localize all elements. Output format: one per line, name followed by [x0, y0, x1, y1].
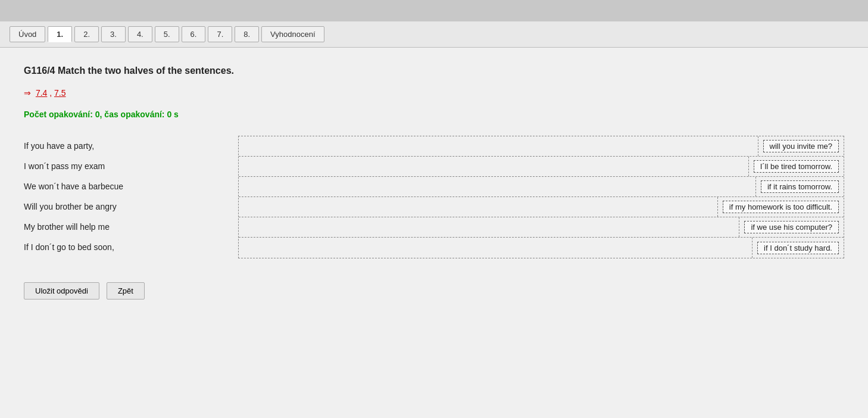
main-content: G116/4 Match the two halves of the sente… — [0, 48, 868, 418]
drop-row-5: if I don´t study hard. — [239, 238, 844, 258]
buttons-row: Uložit odpovědi Zpět — [24, 282, 844, 300]
exercise-title: G116/4 Match the two halves of the sente… — [24, 65, 844, 76]
nav-tab-5[interactable]: 5. — [155, 26, 179, 42]
nav-tab-4[interactable]: 4. — [128, 26, 152, 42]
drop-row-4: if we use his computer? — [239, 217, 844, 238]
sentence-row-3: Will you brother be angry — [24, 196, 226, 217]
drop-row-2: if it rains tomorrow. — [239, 177, 844, 197]
sentence-row-1: I won´t pass my exam — [24, 156, 226, 176]
nav-tab-6[interactable]: 6. — [182, 26, 206, 42]
sentence-row-5: If I don´t go to bed soon, — [24, 237, 226, 257]
nav-bar: Úvod1.2.3.4.5.6.7.8.Vyhodnocení — [0, 21, 868, 48]
answer-chip-5[interactable]: if I don´t study hard. — [757, 242, 839, 254]
ref-link-1[interactable]: 7.4 — [36, 88, 47, 98]
stats-label: Počet opakování: 0, čas opakování: 0 s — [24, 110, 844, 119]
answer-chip-0[interactable]: will you invite me? — [763, 140, 839, 152]
nav-tab-vyhodnoceni[interactable]: Vyhodnocení — [261, 26, 324, 42]
drop-zone-2[interactable] — [239, 177, 756, 196]
drop-zone-4[interactable] — [239, 217, 739, 237]
drop-zone-area: will you invite me?I´ll be tired tomorro… — [238, 136, 844, 258]
sentences-left: If you have a party,I won´t pass my exam… — [24, 136, 226, 257]
drop-zone-5[interactable] — [239, 238, 753, 258]
sentence-row-2: We won´t have a barbecue — [24, 176, 226, 196]
nav-tab-uvod[interactable]: Úvod — [10, 26, 45, 42]
back-button[interactable]: Zpět — [107, 282, 145, 300]
nav-tab-7[interactable]: 7. — [208, 26, 232, 42]
drop-row-1: I´ll be tired tomorrow. — [239, 157, 844, 177]
drop-row-0: will you invite me? — [239, 136, 844, 157]
answer-chip-2[interactable]: if it rains tomorrow. — [761, 180, 839, 193]
reference-links: ⇒ 7.4 , 7.5 — [24, 88, 844, 98]
answer-chip-4[interactable]: if we use his computer? — [744, 221, 839, 233]
top-bar — [0, 0, 868, 21]
drop-row-3: if my homework is too difficult. — [239, 197, 844, 217]
ref-link-2[interactable]: 7.5 — [54, 88, 65, 98]
nav-tab-1[interactable]: 1. — [48, 26, 72, 42]
nav-tab-3[interactable]: 3. — [101, 26, 126, 42]
answer-chip-3[interactable]: if my homework is too difficult. — [723, 201, 839, 213]
sentence-row-4: My brother will help me — [24, 217, 226, 237]
sentence-row-0: If you have a party, — [24, 136, 226, 156]
nav-tab-8[interactable]: 8. — [235, 26, 259, 42]
exercise-area: If you have a party,I won´t pass my exam… — [24, 136, 844, 258]
drop-zone-1[interactable] — [239, 157, 749, 176]
drop-zone-0[interactable] — [239, 136, 758, 156]
save-button[interactable]: Uložit odpovědi — [24, 282, 99, 300]
answer-chip-1[interactable]: I´ll be tired tomorrow. — [754, 160, 839, 173]
arrow-icon: ⇒ — [24, 88, 31, 98]
nav-tab-2[interactable]: 2. — [74, 26, 99, 42]
drop-zone-3[interactable] — [239, 197, 718, 217]
ref-separator: , — [49, 88, 54, 98]
